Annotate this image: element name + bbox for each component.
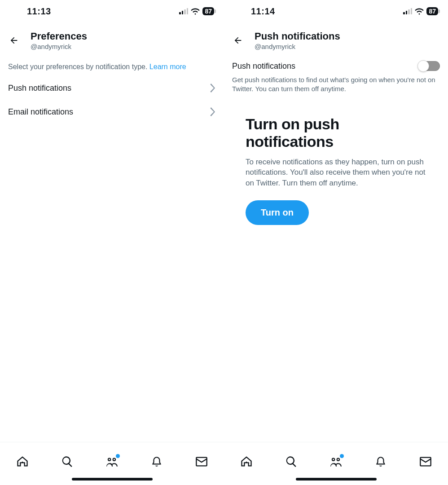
home-icon [16, 455, 29, 468]
push-toggle-switch[interactable] [418, 61, 440, 71]
bottom-nav [0, 442, 224, 485]
signal-icon [179, 8, 188, 14]
battery-icon: 87 [426, 7, 438, 15]
svg-point-1 [246, 461, 247, 463]
nav-communities[interactable] [105, 455, 118, 468]
promo-body: To receive notifications as they happen,… [246, 157, 426, 189]
back-arrow-icon [9, 35, 19, 45]
row-email-notifications[interactable]: Email notifications [0, 100, 224, 124]
phone-preferences: 11:13 87 Preferences @andymyrick Select … [0, 0, 224, 485]
back-button[interactable] [232, 35, 244, 46]
home-icon [240, 455, 253, 468]
status-time: 11:13 [27, 6, 51, 17]
content-area: Select your preferences by notification … [0, 55, 224, 442]
toggle-knob [417, 60, 429, 72]
wifi-icon [415, 8, 424, 15]
turn-on-button[interactable]: Turn on [246, 200, 309, 225]
svg-point-0 [22, 461, 23, 463]
back-button[interactable] [8, 35, 20, 46]
home-indicator[interactable] [296, 478, 377, 481]
status-icons: 87 [403, 7, 438, 15]
search-icon [285, 455, 298, 468]
status-time: 11:14 [251, 6, 275, 17]
row-label: Email notifications [8, 107, 73, 117]
page-title: Push notifications [255, 31, 340, 42]
nav-home[interactable] [240, 455, 253, 468]
push-promo: Turn on push notifications To receive no… [224, 103, 448, 225]
handle: @andymyrick [31, 43, 87, 50]
nav-search[interactable] [285, 455, 298, 468]
learn-more-link[interactable]: Learn more [149, 63, 186, 71]
row-label: Push notifications [8, 84, 71, 93]
status-bar: 11:14 87 [224, 0, 448, 22]
nav-notifications[interactable] [150, 455, 163, 468]
content-area: Push notifications Get push notification… [224, 55, 448, 442]
page-title: Preferences [31, 31, 87, 42]
home-indicator[interactable] [72, 478, 153, 481]
nav-messages[interactable] [419, 455, 432, 468]
nav-messages[interactable] [195, 455, 208, 468]
bell-icon [151, 455, 163, 468]
search-icon [61, 455, 74, 468]
notification-dot [116, 454, 120, 458]
chevron-right-icon [210, 84, 216, 93]
nav-notifications[interactable] [374, 455, 387, 468]
signal-icon [403, 8, 412, 14]
status-bar: 11:13 87 [0, 0, 224, 22]
bottom-nav [224, 442, 448, 485]
mail-icon [419, 456, 432, 467]
back-arrow-icon [233, 35, 243, 45]
push-toggle-description: Get push notifications to find out what'… [224, 74, 448, 103]
wifi-icon [191, 8, 200, 15]
promo-title: Turn on push notifications [246, 115, 426, 150]
row-push-notifications[interactable]: Push notifications [0, 76, 224, 100]
preferences-description: Select your preferences by notification … [0, 55, 224, 76]
handle: @andymyrick [255, 43, 340, 50]
chevron-right-icon [210, 107, 216, 116]
mail-icon [195, 456, 208, 467]
push-toggle-label: Push notifications [232, 62, 295, 71]
phone-push-notifications: 11:14 87 Push notifications @andymyrick … [224, 0, 448, 485]
page-header: Push notifications @andymyrick [224, 22, 448, 55]
nav-home[interactable] [16, 455, 29, 468]
push-toggle-row: Push notifications [224, 55, 448, 74]
page-header: Preferences @andymyrick [0, 22, 224, 55]
description-text: Select your preferences by notification … [8, 63, 149, 71]
status-icons: 87 [179, 7, 214, 15]
notification-dot [340, 454, 344, 458]
nav-search[interactable] [61, 455, 74, 468]
battery-icon: 87 [202, 7, 214, 15]
nav-communities[interactable] [329, 455, 342, 468]
bell-icon [375, 455, 387, 468]
